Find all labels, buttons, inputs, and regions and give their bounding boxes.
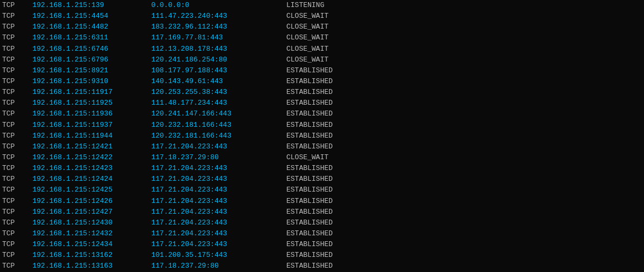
table-row: TCP 192.168.1.215:8921 108.177.97.188:44… [0, 65, 644, 76]
state-cell: CLOSE_WAIT [281, 44, 644, 55]
table-row: TCP 192.168.1.215:12424 117.21.204.223:4… [0, 174, 644, 185]
local-address-cell: 192.168.1.215:6311 [32, 32, 151, 43]
state-cell: ESTABLISHED [281, 228, 644, 239]
protocol-cell: TCP [0, 196, 32, 207]
remote-address-cell: 120.232.181.166:443 [151, 120, 281, 131]
table-row: TCP 192.168.1.215:12427 117.21.204.223:4… [0, 207, 644, 217]
local-address-cell: 192.168.1.215:12426 [32, 196, 151, 207]
state-cell: ESTABLISHED [281, 87, 644, 98]
state-cell: ESTABLISHED [281, 76, 644, 87]
protocol-cell: TCP [0, 131, 32, 141]
local-address-cell: 192.168.1.215:6746 [32, 44, 151, 55]
remote-address-cell: 117.21.204.223:443 [151, 141, 281, 152]
protocol-cell: TCP [0, 32, 32, 43]
table-row: TCP 192.168.1.215:12426 117.21.204.223:4… [0, 196, 644, 207]
state-cell: ESTABLISHED [281, 108, 644, 119]
remote-address-cell: 117.21.204.223:443 [151, 196, 281, 207]
remote-address-cell: 117.21.204.223:443 [151, 174, 281, 185]
table-row: TCP 192.168.1.215:12421 117.21.204.223:4… [0, 141, 644, 152]
local-address-cell: 192.168.1.215:12421 [32, 141, 151, 152]
table-row: TCP 192.168.1.215:139 0.0.0.0:0 LISTENIN… [0, 0, 644, 11]
protocol-cell: TCP [0, 228, 32, 239]
state-cell: ESTABLISHED [281, 196, 644, 207]
protocol-cell: TCP [0, 174, 32, 185]
protocol-cell: TCP [0, 0, 32, 11]
table-row: TCP 192.168.1.215:11925 111.48.177.234:4… [0, 98, 644, 108]
table-row: TCP 192.168.1.215:6796 120.241.186.254:8… [0, 55, 644, 65]
remote-address-cell: 117.21.204.223:443 [151, 228, 281, 239]
local-address-cell: 192.168.1.215:12422 [32, 152, 151, 163]
remote-address-cell: 183.232.96.112:443 [151, 22, 281, 32]
protocol-cell: TCP [0, 120, 32, 131]
table-row: TCP 192.168.1.215:12425 117.21.204.223:4… [0, 185, 644, 195]
local-address-cell: 192.168.1.215:11944 [32, 131, 151, 141]
remote-address-cell: 117.21.204.223:443 [151, 163, 281, 174]
remote-address-cell: 117.21.204.223:443 [151, 185, 281, 195]
remote-address-cell: 120.232.181.166:443 [151, 131, 281, 141]
protocol-cell: TCP [0, 44, 32, 55]
protocol-cell: TCP [0, 55, 32, 65]
protocol-cell: TCP [0, 76, 32, 87]
local-address-cell: 192.168.1.215:13163 [32, 261, 151, 271]
protocol-cell: TCP [0, 108, 32, 119]
table-row: TCP 192.168.1.215:12423 117.21.204.223:4… [0, 163, 644, 174]
table-row: TCP 192.168.1.215:11937 120.232.181.166:… [0, 120, 644, 131]
state-cell: CLOSE_WAIT [281, 22, 644, 32]
local-address-cell: 192.168.1.215:12432 [32, 228, 151, 239]
remote-address-cell: 0.0.0.0:0 [151, 0, 281, 11]
state-cell: ESTABLISHED [281, 163, 644, 174]
local-address-cell: 192.168.1.215:12434 [32, 239, 151, 250]
remote-address-cell: 117.169.77.81:443 [151, 32, 281, 43]
protocol-cell: TCP [0, 217, 32, 228]
state-cell: ESTABLISHED [281, 98, 644, 108]
table-row: TCP 192.168.1.215:12422 117.18.237.29:80… [0, 152, 644, 163]
remote-address-cell: 120.241.186.254:80 [151, 55, 281, 65]
table-row: TCP 192.168.1.215:9310 140.143.49.61:443… [0, 76, 644, 87]
state-cell: CLOSE_WAIT [281, 152, 644, 163]
table-row: TCP 192.168.1.215:4482 183.232.96.112:44… [0, 22, 644, 32]
local-address-cell: 192.168.1.215:12427 [32, 207, 151, 217]
state-cell: CLOSE_WAIT [281, 32, 644, 43]
remote-address-cell: 117.21.204.223:443 [151, 217, 281, 228]
protocol-cell: TCP [0, 98, 32, 108]
table-row: TCP 192.168.1.215:12432 117.21.204.223:4… [0, 228, 644, 239]
local-address-cell: 192.168.1.215:11925 [32, 98, 151, 108]
local-address-cell: 192.168.1.215:12424 [32, 174, 151, 185]
table-row: TCP 192.168.1.215:11936 120.241.147.166:… [0, 108, 644, 119]
table-row: TCP 192.168.1.215:13163 117.18.237.29:80… [0, 261, 644, 271]
network-connections-table: TCP 192.168.1.215:139 0.0.0.0:0 LISTENIN… [0, 0, 644, 272]
local-address-cell: 192.168.1.215:6796 [32, 55, 151, 65]
state-cell: ESTABLISHED [281, 174, 644, 185]
table-row: TCP 192.168.1.215:11917 120.253.255.38:4… [0, 87, 644, 98]
protocol-cell: TCP [0, 152, 32, 163]
state-cell: CLOSE_WAIT [281, 11, 644, 22]
remote-address-cell: 117.18.237.29:80 [151, 152, 281, 163]
protocol-cell: TCP [0, 207, 32, 217]
remote-address-cell: 120.241.147.166:443 [151, 108, 281, 119]
remote-address-cell: 111.48.177.234:443 [151, 98, 281, 108]
state-cell: ESTABLISHED [281, 141, 644, 152]
table-row: TCP 192.168.1.215:4454 111.47.223.240:44… [0, 11, 644, 22]
state-cell: ESTABLISHED [281, 250, 644, 261]
local-address-cell: 192.168.1.215:9310 [32, 76, 151, 87]
table-row: TCP 192.168.1.215:12434 117.21.204.223:4… [0, 239, 644, 250]
table-row: TCP 192.168.1.215:6311 117.169.77.81:443… [0, 32, 644, 43]
protocol-cell: TCP [0, 250, 32, 261]
state-cell: ESTABLISHED [281, 217, 644, 228]
local-address-cell: 192.168.1.215:11917 [32, 87, 151, 98]
table-row: TCP 192.168.1.215:12430 117.21.204.223:4… [0, 217, 644, 228]
remote-address-cell: 117.18.237.29:80 [151, 261, 281, 271]
local-address-cell: 192.168.1.215:12423 [32, 163, 151, 174]
local-address-cell: 192.168.1.215:4482 [32, 22, 151, 32]
protocol-cell: TCP [0, 163, 32, 174]
table-row: TCP 192.168.1.215:11944 120.232.181.166:… [0, 131, 644, 141]
state-cell: ESTABLISHED [281, 131, 644, 141]
state-cell: LISTENING [281, 0, 644, 11]
local-address-cell: 192.168.1.215:13162 [32, 250, 151, 261]
state-cell: ESTABLISHED [281, 239, 644, 250]
state-cell: ESTABLISHED [281, 261, 644, 271]
local-address-cell: 192.168.1.215:12425 [32, 185, 151, 195]
remote-address-cell: 120.253.255.38:443 [151, 87, 281, 98]
protocol-cell: TCP [0, 22, 32, 32]
remote-address-cell: 101.200.35.175:443 [151, 250, 281, 261]
